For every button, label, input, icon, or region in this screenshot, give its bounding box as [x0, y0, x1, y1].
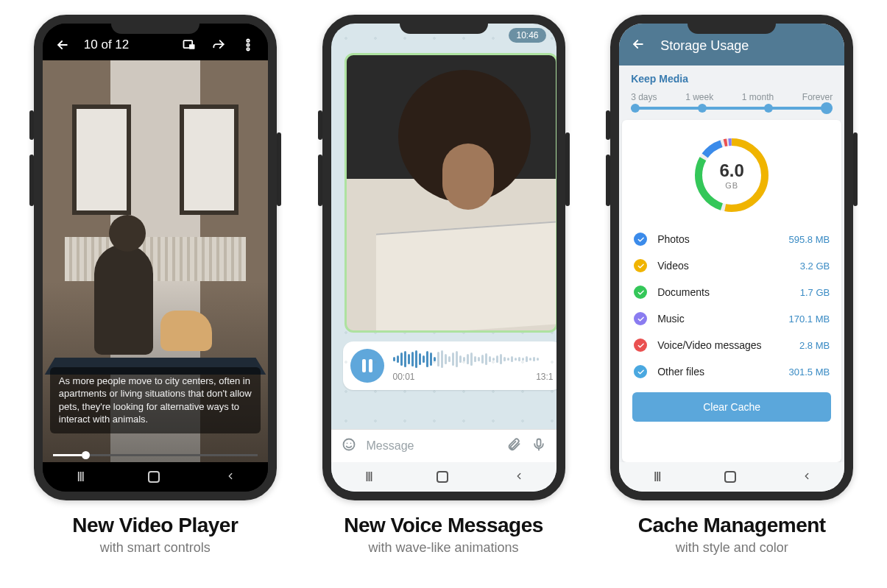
storage-card: 6.0 GB Photos595.8 MBVideos3.2 GBDocumen…	[622, 120, 841, 462]
video-progress[interactable]	[53, 454, 258, 456]
svg-rect-1	[189, 44, 195, 49]
category-size: 3.2 GB	[800, 261, 830, 272]
nav-home-icon[interactable]	[437, 471, 451, 483]
message-input-row: Message	[331, 429, 556, 462]
keep-option[interactable]: 3 days	[631, 92, 657, 102]
category-label: Other files	[657, 366, 788, 378]
nav-home-icon[interactable]	[148, 471, 163, 483]
chat-area[interactable]: 10:46 00:01 13:1	[331, 24, 556, 429]
back-icon[interactable]	[54, 37, 71, 53]
storage-category-row[interactable]: Videos3.2 GB	[632, 252, 831, 279]
check-icon[interactable]	[634, 259, 647, 272]
feature-subtitle: with wave-like animations	[368, 540, 518, 556]
nav-recents-icon[interactable]: III	[73, 470, 88, 485]
nav-back-icon[interactable]	[512, 470, 526, 485]
phone-mockup: Storage Usage Keep Media 3 days 1 week 1…	[610, 15, 853, 500]
media-counter: 10 of 12	[84, 38, 129, 52]
nav-back-icon[interactable]	[799, 470, 814, 485]
category-size: 170.1 MB	[789, 314, 830, 325]
check-icon[interactable]	[634, 312, 647, 325]
storage-category-row[interactable]: Other files301.5 MB	[632, 358, 831, 385]
check-icon[interactable]	[634, 233, 647, 246]
category-label: Videos	[657, 260, 800, 272]
category-label: Voice/Video messages	[657, 339, 799, 351]
category-size: 595.8 MB	[789, 234, 830, 245]
category-size: 1.7 GB	[800, 287, 830, 298]
keep-option[interactable]: Forever	[802, 92, 833, 102]
storage-total-unit: GB	[725, 181, 738, 190]
feature-cache-management: Storage Usage Keep Media 3 days 1 week 1…	[598, 15, 865, 556]
android-navbar: III	[43, 462, 268, 492]
feature-title: New Video Player	[72, 514, 238, 537]
keep-option[interactable]: 1 month	[742, 92, 774, 102]
check-icon[interactable]	[634, 286, 647, 299]
check-icon[interactable]	[634, 365, 647, 378]
video-caption: As more people move to city centers, oft…	[50, 367, 261, 433]
attach-icon[interactable]	[506, 437, 521, 455]
message-input[interactable]: Message	[367, 439, 496, 453]
phone-mockup: 10 of 12	[34, 15, 277, 500]
category-label: Documents	[657, 286, 800, 298]
android-navbar: III	[619, 462, 844, 492]
video-content[interactable]: As more people move to city centers, oft…	[43, 60, 268, 462]
storage-category-row[interactable]: Music170.1 MB	[632, 305, 831, 332]
clear-cache-button[interactable]: Clear Cache	[632, 392, 831, 422]
forward-icon[interactable]	[211, 37, 227, 53]
nav-home-icon[interactable]	[724, 471, 739, 483]
phone-mockup: 10:46 00:01 13:1	[322, 15, 565, 500]
feature-voice-messages: 10:46 00:01 13:1	[311, 15, 577, 556]
nav-recents-icon[interactable]: III	[361, 470, 376, 485]
svg-point-6	[346, 443, 347, 444]
page-title: Storage Usage	[660, 38, 749, 54]
keep-media-slider[interactable]	[631, 107, 833, 110]
sticker-icon[interactable]	[342, 437, 356, 455]
more-icon[interactable]	[240, 37, 256, 53]
storage-category-row[interactable]: Voice/Video messages2.8 MB	[632, 332, 831, 358]
storage-category-row[interactable]: Photos595.8 MB	[632, 226, 831, 252]
chat-time-pill: 10:46	[509, 28, 545, 43]
svg-point-2	[247, 40, 249, 42]
android-navbar: III	[331, 462, 556, 492]
storage-donut-chart: 6.0 GB	[691, 135, 772, 216]
svg-point-5	[343, 439, 354, 450]
feature-title: Cache Management	[638, 514, 826, 537]
keep-option[interactable]: 1 week	[685, 92, 713, 102]
image-message[interactable]	[344, 53, 556, 333]
nav-recents-icon[interactable]: III	[649, 470, 664, 485]
category-label: Music	[657, 313, 788, 325]
check-icon[interactable]	[634, 339, 647, 352]
feature-video-player: 10 of 12	[22, 15, 289, 556]
feature-subtitle: with smart controls	[100, 540, 211, 556]
svg-point-4	[247, 48, 249, 50]
storage-category-row[interactable]: Documents1.7 GB	[632, 279, 831, 305]
storage-total-value: 6.0	[719, 160, 743, 181]
feature-subtitle: with style and color	[676, 540, 788, 556]
nav-back-icon[interactable]	[223, 470, 238, 485]
back-icon[interactable]	[631, 37, 646, 55]
pip-icon[interactable]	[181, 37, 197, 53]
category-size: 301.5 MB	[789, 366, 830, 378]
svg-rect-8	[537, 439, 540, 447]
keep-media-label: Keep Media	[631, 73, 833, 85]
svg-point-7	[350, 443, 351, 444]
category-label: Photos	[657, 233, 788, 245]
category-size: 2.8 MB	[799, 340, 830, 351]
mic-icon[interactable]	[531, 437, 546, 455]
svg-point-3	[247, 43, 249, 46]
keep-media-section: Keep Media 3 days 1 week 1 month Forever	[619, 65, 844, 120]
feature-title: New Voice Messages	[344, 514, 543, 537]
